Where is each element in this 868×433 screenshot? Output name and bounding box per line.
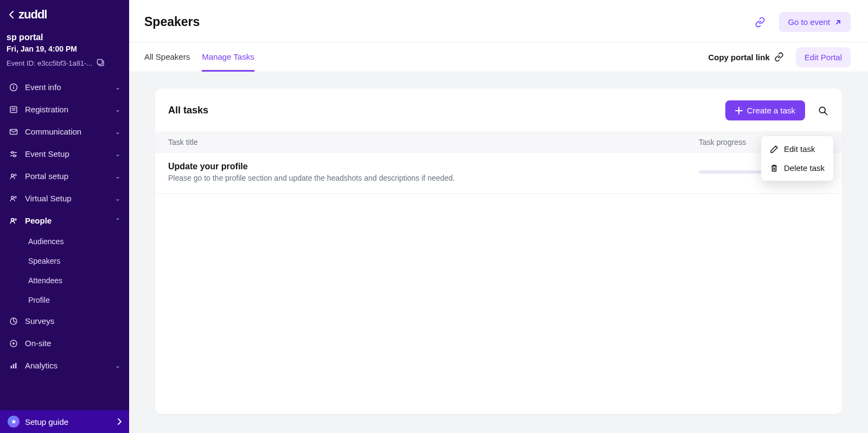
setup-guide-label: Setup guide xyxy=(25,417,112,426)
setup-guide-button[interactable]: ★ Setup guide xyxy=(0,410,129,433)
disc-icon xyxy=(9,339,18,348)
sidebar: zuddl sp portal Fri, Jan 19, 4:00 PM Eve… xyxy=(0,0,129,433)
brand-logo: zuddl xyxy=(18,8,47,22)
tabs-row: All Speakers Manage Tasks Copy portal li… xyxy=(129,42,868,72)
sidebar-item-virtual-setup[interactable]: Virtual Setup ⌄ xyxy=(2,187,127,209)
sidebar-item-surveys[interactable]: Surveys xyxy=(2,310,127,332)
svg-point-16 xyxy=(15,196,16,198)
edit-task-label: Edit task xyxy=(784,144,815,154)
portal-date: Fri, Jan 19, 4:00 PM xyxy=(7,44,120,53)
sidebar-item-registration[interactable]: Registration ⌄ xyxy=(2,98,127,120)
chevron-down-icon: ⌄ xyxy=(115,84,120,91)
survey-icon xyxy=(9,317,18,326)
trash-icon xyxy=(770,164,778,173)
portal-name: sp portal xyxy=(7,33,120,42)
svg-point-14 xyxy=(15,174,16,175)
bar-chart-icon xyxy=(9,361,18,370)
svg-point-21 xyxy=(12,342,15,345)
svg-rect-23 xyxy=(13,364,15,368)
search-button[interactable] xyxy=(817,105,829,117)
info-icon xyxy=(9,83,18,92)
sidebar-item-label: Registration xyxy=(25,105,108,114)
chevron-left-icon xyxy=(9,11,14,18)
sidebar-sublist-people: Audiences Speakers Attendees Profile xyxy=(2,232,127,310)
star-icon: ★ xyxy=(8,416,20,428)
sidebar-subitem-audiences[interactable]: Audiences xyxy=(23,232,127,251)
copy-icon[interactable] xyxy=(97,59,105,67)
task-description: Please go to the profile section and upd… xyxy=(168,174,699,182)
svg-point-18 xyxy=(15,218,16,220)
tab-all-speakers[interactable]: All Speakers xyxy=(144,42,190,72)
svg-rect-5 xyxy=(10,106,17,112)
sidebar-item-label: Portal setup xyxy=(25,171,108,181)
mail-icon xyxy=(9,128,18,136)
svg-point-17 xyxy=(11,218,14,221)
chevron-down-icon: ⌄ xyxy=(115,150,120,158)
page-header: Speakers Go to event xyxy=(129,0,868,42)
svg-point-13 xyxy=(11,174,14,176)
delete-task-label: Delete task xyxy=(784,163,825,173)
content-area: All tasks Create a task xyxy=(129,72,868,433)
sidebar-item-portal-setup[interactable]: Portal setup ⌄ xyxy=(2,165,127,187)
chevron-down-icon: ⌄ xyxy=(115,128,120,136)
task-title: Update your profile xyxy=(168,162,699,171)
chevron-up-icon: ⌃ xyxy=(115,217,120,225)
sidebar-subitem-speakers[interactable]: Speakers xyxy=(23,251,127,271)
svg-rect-24 xyxy=(15,363,17,368)
sidebar-item-event-setup[interactable]: Event Setup ⌄ xyxy=(2,143,127,165)
form-icon xyxy=(9,105,18,114)
plus-icon xyxy=(735,107,743,114)
create-task-button[interactable]: Create a task xyxy=(725,100,805,120)
sidebar-item-people[interactable]: People ⌃ xyxy=(2,209,127,232)
copy-portal-link-button[interactable]: Copy portal link xyxy=(708,52,783,62)
task-context-menu: Edit task Delete task xyxy=(761,136,833,181)
svg-rect-1 xyxy=(98,60,103,65)
svg-rect-3 xyxy=(13,87,14,89)
svg-point-11 xyxy=(11,151,14,154)
pencil-icon xyxy=(770,145,778,154)
svg-point-12 xyxy=(14,155,16,157)
sidebar-item-event-info[interactable]: Event info ⌄ xyxy=(2,76,127,98)
create-task-label: Create a task xyxy=(747,106,795,115)
sidebar-item-analytics[interactable]: Analytics ⌄ xyxy=(2,354,127,377)
chevron-down-icon: ⌄ xyxy=(115,173,120,180)
delete-task-menu-item[interactable]: Delete task xyxy=(761,158,833,177)
back-to-dashboard[interactable]: zuddl xyxy=(9,8,120,22)
svg-rect-4 xyxy=(13,85,14,86)
sidebar-nav: Event info ⌄ Registration ⌄ Communicatio… xyxy=(0,74,129,410)
main-content: Speakers Go to event All Speakers Manage… xyxy=(129,0,868,433)
sidebar-subitem-attendees[interactable]: Attendees xyxy=(23,271,127,290)
sliders-icon xyxy=(9,150,18,158)
tasks-section-title: All tasks xyxy=(168,105,725,116)
sidebar-item-onsite[interactable]: On-site xyxy=(2,332,127,354)
edit-portal-button[interactable]: Edit Portal xyxy=(796,47,851,67)
task-row[interactable]: Update your profile Please go to the pro… xyxy=(155,153,842,194)
sidebar-item-communication[interactable]: Communication ⌄ xyxy=(2,120,127,143)
link-icon xyxy=(774,52,784,62)
task-table-header: Task title Task progress xyxy=(155,131,842,153)
sidebar-item-label: Communication xyxy=(25,127,108,136)
tab-manage-tasks[interactable]: Manage Tasks xyxy=(202,42,254,72)
col-task-title: Task title xyxy=(168,138,699,147)
event-link-button[interactable] xyxy=(751,13,769,31)
event-id-label: Event ID: e3cc5bf3-1a81-... xyxy=(7,59,92,67)
chevron-down-icon: ⌄ xyxy=(115,362,120,370)
tasks-card: All tasks Create a task xyxy=(155,88,842,414)
edit-task-menu-item[interactable]: Edit task xyxy=(761,139,833,158)
sidebar-item-label: People xyxy=(25,216,108,225)
page-title: Speakers xyxy=(144,15,751,29)
people-icon xyxy=(9,217,18,225)
sidebar-item-label: Surveys xyxy=(25,316,120,326)
chevron-down-icon: ⌄ xyxy=(115,195,120,202)
people-icon xyxy=(9,194,18,203)
sidebar-item-label: Event info xyxy=(25,82,108,92)
go-to-event-button[interactable]: Go to event xyxy=(779,12,851,32)
chevron-down-icon: ⌄ xyxy=(115,106,120,113)
svg-rect-22 xyxy=(11,366,12,368)
people-icon xyxy=(9,172,18,181)
sidebar-subitem-profile[interactable]: Profile xyxy=(23,290,127,310)
sidebar-item-label: Analytics xyxy=(25,361,108,370)
sidebar-item-label: Virtual Setup xyxy=(25,194,108,203)
svg-point-15 xyxy=(11,196,14,198)
chevron-right-icon xyxy=(117,418,122,425)
